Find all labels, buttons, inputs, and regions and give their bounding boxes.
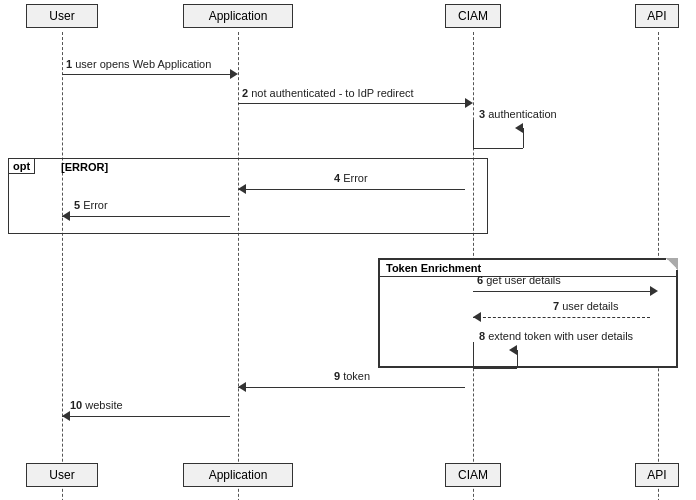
actor-api-bottom-label: API — [647, 468, 666, 482]
actor-user-bottom: User — [26, 463, 98, 487]
msg9-text: token — [343, 370, 370, 382]
actor-app-top-label: Application — [209, 9, 268, 23]
message-2: 2 not authenticated - to IdP redirect — [238, 97, 473, 111]
actor-user-top-label: User — [49, 9, 74, 23]
msg7-text: user details — [562, 300, 618, 312]
actor-app-top: Application — [183, 4, 293, 28]
actor-app-bottom: Application — [183, 463, 293, 487]
sequence-diagram: User Application CIAM API User Applicati… — [0, 0, 696, 500]
message-7: 7 user details — [473, 311, 658, 325]
msg7-num: 7 — [553, 300, 562, 312]
actor-user-bottom-label: User — [49, 468, 74, 482]
msg10-num: 10 — [70, 399, 85, 411]
actor-ciam-bottom-label: CIAM — [458, 468, 488, 482]
actor-user-top: User — [26, 4, 98, 28]
actor-ciam-top-label: CIAM — [458, 9, 488, 23]
actor-api-bottom: API — [635, 463, 679, 487]
fragment-condition: [ERROR] — [61, 161, 108, 173]
message-1: 1 user opens Web Application — [62, 68, 238, 82]
msg9-num: 9 — [334, 370, 343, 382]
lifeline-user — [62, 32, 63, 500]
message-5: 5 Error — [62, 210, 238, 224]
fragment-label: opt — [8, 158, 35, 174]
msg10-text: website — [85, 399, 122, 411]
msg1-num: 1 — [66, 58, 75, 70]
actor-ciam-top: CIAM — [445, 4, 501, 28]
msg6-num: 6 — [477, 274, 486, 286]
msg8-num: 8 — [479, 330, 488, 342]
msg8-text: extend token with user details — [488, 330, 633, 342]
message-9: 9 token — [238, 381, 473, 395]
msg5-text: Error — [83, 199, 107, 211]
message-4: 4 Error — [238, 183, 473, 197]
actor-api-top: API — [635, 4, 679, 28]
msg1-text: user opens Web Application — [75, 58, 211, 70]
msg3-num: 3 — [479, 108, 488, 120]
msg4-num: 4 — [334, 172, 343, 184]
msg2-num: 2 — [242, 87, 251, 99]
msg3-text: authentication — [488, 108, 557, 120]
msg4-text: Error — [343, 172, 367, 184]
actor-app-bottom-label: Application — [209, 468, 268, 482]
msg2-text: not authenticated - to IdP redirect — [251, 87, 413, 99]
actor-ciam-bottom: CIAM — [445, 463, 501, 487]
message-6: 6 get user details — [473, 285, 658, 299]
message-10: 10 website — [62, 410, 238, 424]
msg6-text: get user details — [486, 274, 561, 286]
actor-api-top-label: API — [647, 9, 666, 23]
msg5-num: 5 — [74, 199, 83, 211]
